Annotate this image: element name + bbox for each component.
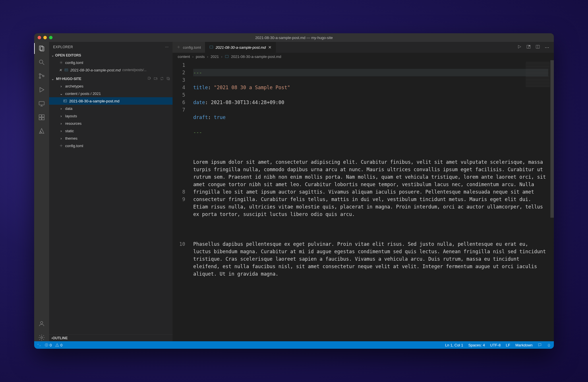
accounts-icon[interactable] (38, 320, 45, 328)
svg-marker-7 (40, 87, 44, 92)
run-icon[interactable] (517, 44, 522, 50)
chevron-right-icon: › (221, 54, 222, 59)
window-controls (38, 36, 53, 39)
extensions-icon[interactable] (38, 114, 45, 121)
minimize-window-button[interactable] (43, 36, 47, 39)
outline-header[interactable]: › OUTLINE (49, 334, 173, 341)
svg-rect-8 (39, 102, 44, 105)
run-debug-icon[interactable] (38, 86, 45, 93)
open-editor-label: 2021-08-30-a-sample-post.md (70, 68, 121, 72)
tab-label: 2021-08-30-a-sample-post.md (216, 45, 266, 50)
warning-count: 0 (60, 343, 62, 347)
maximize-window-button[interactable] (49, 36, 53, 39)
folder-archetypes[interactable]: › archetypes (49, 82, 173, 90)
chevron-down-icon: ⌄ (51, 77, 54, 81)
settings-gear-icon[interactable] (38, 334, 45, 341)
minimap[interactable] (526, 62, 550, 88)
remote-explorer-icon[interactable] (38, 100, 45, 107)
split-editor-icon[interactable] (535, 44, 540, 50)
code-content[interactable]: --- title: "2021 08 30 a Sample Post" da… (191, 60, 554, 341)
folder-static[interactable]: › static (49, 127, 173, 135)
svg-point-17 (61, 62, 62, 63)
file-label: config.toml (65, 144, 83, 148)
breadcrumb: content › posts › 2021 › 2021-08-30-a-sa… (173, 53, 554, 60)
error-count: 0 (50, 343, 52, 347)
project-actions (147, 77, 170, 81)
close-window-button[interactable] (38, 36, 41, 39)
svg-rect-12 (42, 115, 44, 117)
file-active-post[interactable]: 2021-08-30-a-sample-post.md (49, 97, 173, 105)
scrollbar[interactable] (550, 60, 554, 218)
problems-errors[interactable]: 0 (45, 343, 52, 347)
titlebar: 2021-08-30-a-sample-post.md — my-hugo-si… (34, 33, 554, 42)
close-editor-icon[interactable]: ✕ (59, 68, 63, 72)
chevron-right-icon: › (59, 106, 63, 111)
svg-point-5 (39, 77, 41, 79)
svg-rect-11 (39, 115, 41, 117)
feedback-icon[interactable] (538, 343, 542, 347)
open-editors-list: config.toml ✕ 2021-08-30-a-sample-post.m… (49, 59, 173, 75)
paragraph-text: Phasellus dapibus pellentesque ex eget p… (193, 241, 549, 277)
search-icon[interactable] (38, 59, 45, 66)
indent-status[interactable]: Spaces: 4 (468, 343, 485, 347)
azure-icon[interactable] (38, 127, 45, 135)
source-control-icon[interactable] (38, 72, 45, 80)
breadcrumb-item[interactable]: content (178, 54, 190, 59)
line-number: 5 (173, 91, 191, 99)
eol-status[interactable]: LF (506, 343, 510, 347)
close-tab-icon[interactable]: ✕ (268, 45, 272, 50)
yaml-value: 2021-08-30T13:44:28+09:00 (211, 100, 284, 105)
new-folder-icon[interactable] (154, 77, 158, 81)
svg-point-26 (178, 46, 179, 48)
folder-resources[interactable]: › resources (49, 120, 173, 127)
breadcrumb-item[interactable]: posts (196, 54, 205, 59)
notifications-icon[interactable] (547, 343, 551, 347)
sidebar-more-icon[interactable]: ⋯ (165, 45, 169, 49)
editor-body[interactable]: 1 2 3 4 5 6 7 8 9 10 --- title: "2021 08… (173, 60, 554, 341)
open-editor-path: content/posts/... (122, 68, 147, 72)
explorer-icon[interactable] (38, 45, 45, 52)
open-editors-header[interactable]: ⌄ OPEN EDITORS (49, 52, 173, 59)
chevron-down-icon: ⌄ (59, 91, 63, 96)
open-editor-item-active[interactable]: ✕ 2021-08-30-a-sample-post.md content/po… (49, 66, 173, 74)
folder-layouts[interactable]: › layouts (49, 112, 173, 120)
line-number: 10 (173, 240, 191, 248)
refresh-icon[interactable] (160, 77, 164, 81)
folder-label: content / posts / 2021 (65, 91, 101, 96)
remote-indicator[interactable] (37, 343, 41, 347)
svg-point-16 (41, 337, 42, 338)
encoding-status[interactable]: UTF-8 (490, 343, 501, 347)
folder-themes[interactable]: › themes (49, 135, 173, 142)
language-mode[interactable]: Markdown (515, 343, 533, 347)
chevron-right-icon: › (59, 114, 63, 118)
line-number: 3 (173, 76, 191, 84)
line-number: 2 (173, 69, 191, 76)
svg-rect-18 (148, 77, 150, 79)
folder-label: themes (65, 136, 78, 141)
cursor-position[interactable]: Ln 1, Col 1 (445, 343, 463, 347)
preview-side-icon[interactable] (526, 44, 531, 50)
tab-active-post[interactable]: 2021-08-30-a-sample-post.md ✕ (205, 42, 276, 53)
file-tree: › archetypes ⌄ content / posts / 2021 20… (49, 82, 173, 151)
svg-rect-14 (42, 118, 44, 120)
project-header[interactable]: ⌄ MY-HUGO-SITE (49, 75, 173, 82)
sidebar-header: EXPLORER ⋯ (49, 42, 173, 52)
chevron-right-icon: › (59, 136, 63, 141)
tab-config[interactable]: config.toml (173, 42, 205, 53)
folder-content-path[interactable]: ⌄ content / posts / 2021 (49, 90, 173, 97)
main-area: EXPLORER ⋯ ⌄ OPEN EDITORS config.toml ✕ (34, 42, 554, 341)
folder-data[interactable]: › data (49, 105, 173, 112)
breadcrumb-item[interactable]: 2021-08-30-a-sample-post.md (231, 54, 281, 59)
file-config[interactable]: config.toml (49, 142, 173, 149)
more-actions-icon[interactable]: ⋯ (545, 45, 549, 50)
collapse-all-icon[interactable] (166, 77, 170, 81)
problems-warnings[interactable]: 0 (55, 343, 62, 347)
frontmatter-delim: --- (193, 129, 202, 135)
breadcrumb-item[interactable]: 2021 (210, 54, 219, 59)
open-editor-item[interactable]: config.toml (49, 59, 173, 66)
window-title: 2021-08-30-a-sample-post.md — my-hugo-si… (34, 36, 554, 40)
new-file-icon[interactable] (147, 77, 151, 81)
folder-label: archetypes (65, 84, 84, 88)
chevron-right-icon: › (207, 54, 208, 59)
tabbar-actions: ⋯ (517, 42, 554, 53)
